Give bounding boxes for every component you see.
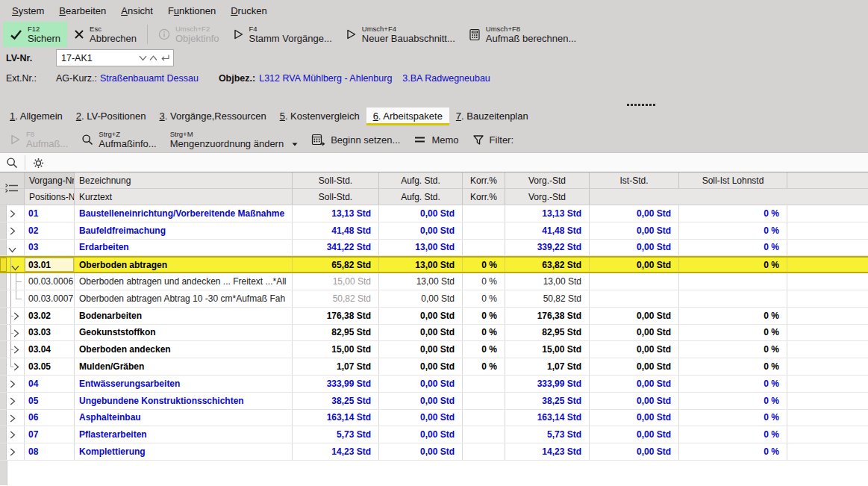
- table-row-03.03[interactable]: 03.03Geokunststoffkon82,95 Std0,00 Std0 …: [0, 325, 868, 342]
- cell-soll-ist-lohnstd: 0 %: [679, 222, 787, 239]
- dropdown-caret-icon[interactable]: [292, 136, 298, 149]
- expand-toggle-icon[interactable]: [10, 431, 16, 441]
- col-header-aufg-std-r2[interactable]: Aufg. Std.: [379, 189, 463, 205]
- col-header-empty-r1: [787, 172, 868, 188]
- row-rail: [0, 290, 7, 307]
- gear-icon[interactable]: [32, 157, 45, 169]
- col-header-kurztext-r2[interactable]: Kurztext: [75, 189, 293, 205]
- table-row-08[interactable]: 08Komplettierung14,23 Std0,00 Std14,23 S…: [0, 443, 868, 461]
- dot: [642, 104, 644, 106]
- menu-bar: SystemBearbeitenAnsichtFunktionenDrucken: [0, 0, 868, 21]
- table-row-03.02[interactable]: 03.02Bodenarbeiten176,38 Std0,00 Std0 %1…: [0, 308, 868, 325]
- col-header-korr-r1[interactable]: Korr.%: [463, 172, 505, 188]
- funnel-icon: [472, 134, 484, 146]
- expand-toggle-icon[interactable]: [13, 346, 19, 356]
- tree-view-icon[interactable]: [4, 182, 19, 196]
- expand-toggle-icon[interactable]: [13, 363, 19, 373]
- col-header-aufg-std-r1[interactable]: Aufg. Std.: [379, 172, 463, 188]
- menu-ansicht[interactable]: Ansicht: [113, 1, 160, 20]
- table-row-07[interactable]: 07Pflasterarbeiten5,73 Std0,00 Std5,73 S…: [0, 426, 868, 443]
- col-header-vorgang-nr-r1[interactable]: Vorgang-Nr.: [25, 172, 75, 188]
- table-row-03.04[interactable]: 03.04Oberboden andecken15,00 Std0,00 Std…: [0, 341, 868, 358]
- menu-funktionen[interactable]: Funktionen: [160, 1, 223, 20]
- cell-ist-std: 0,00 Std: [590, 222, 679, 239]
- cell-aufg-std: 0,00 Std: [379, 443, 463, 460]
- shortcut-hint: Umsch+F8: [486, 25, 576, 33]
- cell-aufg-std: 13,00 Std: [379, 258, 463, 272]
- col-header-vorg-std-r2[interactable]: Vorg.-Std: [505, 189, 590, 205]
- tab-kostenvergleich[interactable]: 5. Kostenvergleich: [273, 108, 366, 125]
- collapse-toggle-icon[interactable]: [11, 263, 19, 272]
- cell-soll-std: 82,95 Std: [293, 325, 379, 341]
- row-gutter: [0, 376, 25, 392]
- cell-bezeichnung: Bodenarbeiten: [75, 308, 293, 324]
- expand-toggle-icon[interactable]: [10, 448, 16, 458]
- expand-toggle-icon[interactable]: [10, 227, 16, 237]
- search-strip: [0, 152, 868, 172]
- cell-ist-std: 0,00 Std: [590, 258, 679, 272]
- expand-toggle-icon[interactable]: [13, 329, 19, 340]
- tab-arbeitspakete[interactable]: 6. Arbeitspakete: [366, 108, 449, 125]
- dot: [634, 104, 637, 106]
- col-header-vorg-std-r1[interactable]: Vorg.-Std: [505, 172, 590, 188]
- col-header-empty-r2[interactable]: [679, 189, 787, 205]
- button-label: Abbrechen: [90, 33, 137, 44]
- beginn-setzen-button[interactable]: Beginn setzen...: [305, 127, 407, 152]
- col-header-bezeichnung-r1[interactable]: Bezeichnung: [75, 172, 293, 188]
- cell-korr-prozent: 0 %: [463, 258, 505, 272]
- cancel-button[interactable]: EscAbbrechen: [67, 22, 143, 47]
- col-header-empty-r2[interactable]: [590, 189, 679, 205]
- menu-drucken[interactable]: Drucken: [223, 1, 274, 20]
- table-row-04[interactable]: 04Entwässerungsarbeiten333,99 Std0,00 St…: [0, 376, 868, 393]
- table-row-00.03.0006[interactable]: 00.03.0006Oberboden abtragen und andecke…: [0, 273, 868, 290]
- tab-vorg-nge-ressourcen[interactable]: 3. Vorgänge,Ressourcen: [153, 108, 273, 125]
- play-icon: [10, 134, 21, 146]
- col-header-korr-r2[interactable]: Korr.%: [463, 189, 505, 205]
- lv-nr-spinner-icons[interactable]: [139, 54, 173, 63]
- cell-soll-ist-lohnstd: 0 %: [679, 426, 787, 443]
- save-button[interactable]: F12Sichern: [3, 22, 67, 47]
- table-row-06[interactable]: 06Asphalteinbau163,14 Std0,00 Std163,14 …: [0, 410, 868, 427]
- menu-bearbeiten[interactable]: Bearbeiten: [51, 1, 113, 20]
- expand-toggle-icon[interactable]: [10, 210, 16, 220]
- col-header-soll-ist-lohnstd-r1[interactable]: Soll-Ist Lohnstd: [679, 172, 787, 188]
- tab-lv-positionen[interactable]: 2. LV-Positionen: [69, 108, 153, 125]
- tab-allgemein[interactable]: 1. Allgemein: [3, 108, 69, 125]
- memo-button[interactable]: Memo: [407, 127, 465, 152]
- toolbar-divider: [147, 25, 148, 44]
- expand-toggle-icon[interactable]: [10, 380, 16, 390]
- table-row-03.01[interactable]: 03.01Oberboden abtragen65,82 Std13,00 St…: [0, 256, 868, 273]
- mengenzuordnung-button[interactable]: Strg+MMengenzuordnung ändern: [163, 127, 305, 152]
- cell-soll-ist-lohnstd: 0 %: [679, 325, 787, 341]
- tree-connector: [10, 290, 11, 307]
- aufmassinfo-button[interactable]: Strg+ZAufmaßinfo...: [75, 127, 163, 152]
- col-header-soll-std-r2[interactable]: Soll-Std.: [293, 189, 379, 205]
- cell-bezeichnung: Oberboden andecken: [75, 341, 293, 358]
- collapse-toggle-icon[interactable]: [8, 245, 16, 255]
- row-rail: [0, 308, 7, 324]
- stamm-vorgaenge-button[interactable]: F4Stamm Vorgänge...: [226, 22, 339, 47]
- tab-bauzeitenplan[interactable]: 7. Bauzeitenplan: [449, 108, 535, 125]
- table-row-02[interactable]: 02Baufeldfreimachung41,48 Std0,00 Std41,…: [0, 222, 868, 240]
- expand-toggle-icon[interactable]: [10, 414, 16, 425]
- search-icon[interactable]: [6, 157, 18, 169]
- aufmass-berechnen-button[interactable]: Umsch+F8Aufmaß berechnen...: [462, 22, 583, 47]
- col-header-positions-nr-r2[interactable]: Positions-Nr.: [25, 189, 75, 205]
- cell-korr-prozent: [463, 426, 505, 443]
- neuer-bauabschnitt-button[interactable]: Umsch+F4Neuer Bauabschnitt...: [339, 22, 462, 47]
- table-row-03[interactable]: 03Erdarbeiten341,22 Std13,00 Std339,22 S…: [0, 240, 868, 257]
- expand-toggle-icon[interactable]: [10, 397, 16, 408]
- cell-aufg-std: 13,00 Std: [379, 240, 463, 256]
- lv-nr-input[interactable]: 17-AK1: [56, 49, 174, 66]
- table-row-01[interactable]: 01Baustelleneinrichtung/Vorbereitende Ma…: [0, 205, 868, 222]
- expand-toggle-icon[interactable]: [13, 312, 19, 323]
- button-label: Filter:: [490, 134, 514, 146]
- col-header-soll-std-r1[interactable]: Soll-Std.: [293, 172, 379, 188]
- filter-button[interactable]: Filter:: [466, 127, 521, 152]
- table-row-05[interactable]: 05Ungebundene Konstruktionsschichten38,2…: [0, 393, 868, 410]
- col-header-ist-std-r1[interactable]: Ist-Std.: [590, 172, 679, 188]
- enter-arrow-icon: [160, 54, 170, 63]
- table-row-03.05[interactable]: 03.05Mulden/Gräben1,07 Std0,00 Std0 %1,0…: [0, 358, 868, 376]
- menu-system[interactable]: System: [4, 1, 51, 20]
- table-row-00.03.0007[interactable]: 00.03.0007Oberboden abtragen Abtrag 10 -…: [0, 290, 868, 308]
